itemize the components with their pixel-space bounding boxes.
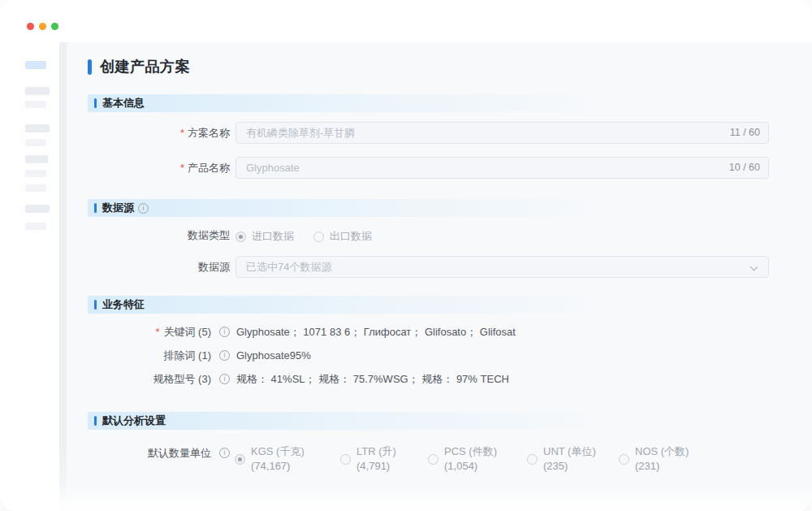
unit-option-ltr[interactable]: LTR (升) (4,791) bbox=[340, 444, 396, 474]
sidebar-skeleton-bar bbox=[25, 61, 46, 69]
sidebar-skeleton-bar bbox=[25, 101, 46, 108]
sidebar-skeleton-bar bbox=[25, 139, 46, 146]
chevron-down-icon bbox=[750, 263, 758, 271]
section-accent-bar bbox=[94, 300, 97, 310]
required-marker: * bbox=[155, 326, 159, 338]
unit-option-nos[interactable]: NOS (个数) (231) bbox=[619, 444, 689, 474]
keywords-label: * 关键词 (5) i bbox=[49, 326, 230, 338]
radio-unselected-icon[interactable] bbox=[428, 454, 438, 465]
product-name-counter: 10 / 60 bbox=[729, 157, 760, 179]
sidebar-skeleton-bar bbox=[25, 223, 46, 230]
section-title: 默认分析设置 bbox=[102, 414, 166, 428]
sidebar-skeleton-bar bbox=[25, 184, 46, 192]
minimize-button[interactable] bbox=[39, 23, 46, 30]
plan-name-counter: 11 / 60 bbox=[730, 122, 760, 144]
sidebar-skeleton-bar bbox=[25, 170, 46, 177]
radio-selected-icon[interactable] bbox=[235, 232, 246, 242]
info-icon[interactable]: i bbox=[219, 350, 230, 361]
exclude-words-value: Glyphosate95% bbox=[236, 349, 311, 362]
info-icon[interactable]: i bbox=[138, 203, 149, 214]
sidebar-skeleton-bar bbox=[25, 87, 50, 95]
plan-name-label: * 方案名称 bbox=[81, 122, 230, 144]
app-window: 创建产品方案 基本信息 * 方案名称 11 / 60 * 产品名称 10 / 6… bbox=[0, 0, 812, 511]
radio-selected-icon[interactable] bbox=[235, 454, 245, 465]
spec-models-label: 规格型号 (3) i bbox=[49, 373, 230, 385]
data-source-select[interactable]: 已选中74个数据源 bbox=[235, 256, 769, 278]
exclude-words-label: 排除词 (1) i bbox=[49, 349, 230, 362]
data-type-radio-group: 进口数据 出口数据 bbox=[235, 229, 372, 244]
section-default-settings: 默认分析设置 bbox=[88, 412, 780, 430]
default-unit-label: 默认数量单位 i bbox=[49, 447, 230, 459]
product-name-field: 10 / 60 bbox=[235, 157, 769, 179]
product-name-input[interactable] bbox=[235, 157, 769, 179]
plan-name-input[interactable] bbox=[235, 122, 769, 144]
plan-name-field: 11 / 60 bbox=[235, 122, 769, 144]
section-business-features: 业务特征 bbox=[88, 296, 780, 314]
info-icon[interactable]: i bbox=[219, 374, 230, 384]
sidebar-skeleton-bar bbox=[25, 155, 48, 163]
section-basic-info: 基本信息 bbox=[88, 94, 780, 112]
data-source-label: 数据源 bbox=[81, 256, 230, 278]
keywords-value: Glyphosate； 1071 83 6； Глифосат； Glifosa… bbox=[236, 326, 516, 338]
radio-unselected-icon[interactable] bbox=[340, 454, 351, 465]
section-accent-bar bbox=[94, 416, 97, 426]
zoom-button[interactable] bbox=[51, 23, 58, 30]
radio-unselected-icon[interactable] bbox=[313, 232, 324, 242]
spec-models-value: 规格： 41%SL； 规格： 75.7%WSG； 规格： 97% TECH bbox=[236, 373, 509, 385]
close-button[interactable] bbox=[27, 23, 34, 30]
required-marker: * bbox=[180, 162, 184, 174]
panel-left-divider bbox=[59, 42, 67, 511]
data-type-label: 数据类型 bbox=[81, 224, 230, 246]
page-title-text: 创建产品方案 bbox=[100, 57, 190, 76]
section-accent-bar bbox=[94, 98, 97, 108]
section-title: 基本信息 bbox=[102, 96, 145, 110]
sidebar-skeleton-bar bbox=[25, 205, 50, 213]
unit-option-kgs[interactable]: KGS (千克) (74,167) bbox=[235, 444, 304, 474]
radio-unselected-icon[interactable] bbox=[527, 454, 538, 465]
radio-unselected-icon[interactable] bbox=[619, 454, 629, 465]
radio-option-import[interactable]: 进口数据 bbox=[235, 229, 294, 244]
required-marker: * bbox=[180, 127, 184, 139]
section-accent-bar bbox=[94, 203, 97, 213]
info-icon[interactable]: i bbox=[219, 327, 230, 337]
sidebar-skeleton-bar bbox=[25, 124, 50, 132]
section-title: 业务特征 bbox=[102, 297, 145, 312]
product-name-label: * 产品名称 bbox=[81, 157, 230, 179]
section-title: 数据源 bbox=[102, 201, 134, 215]
page-title: 创建产品方案 bbox=[88, 58, 190, 76]
unit-option-unt[interactable]: UNT (单位) (235) bbox=[527, 444, 596, 474]
section-data-source: 数据源 i bbox=[88, 199, 780, 217]
title-accent-bar bbox=[88, 59, 92, 75]
unit-option-pcs[interactable]: PCS (件数) (1,054) bbox=[428, 444, 497, 474]
data-source-select-value: 已选中74个数据源 bbox=[246, 260, 331, 275]
info-icon[interactable]: i bbox=[219, 448, 230, 458]
window-controls bbox=[27, 23, 58, 30]
radio-option-export[interactable]: 出口数据 bbox=[313, 229, 372, 244]
